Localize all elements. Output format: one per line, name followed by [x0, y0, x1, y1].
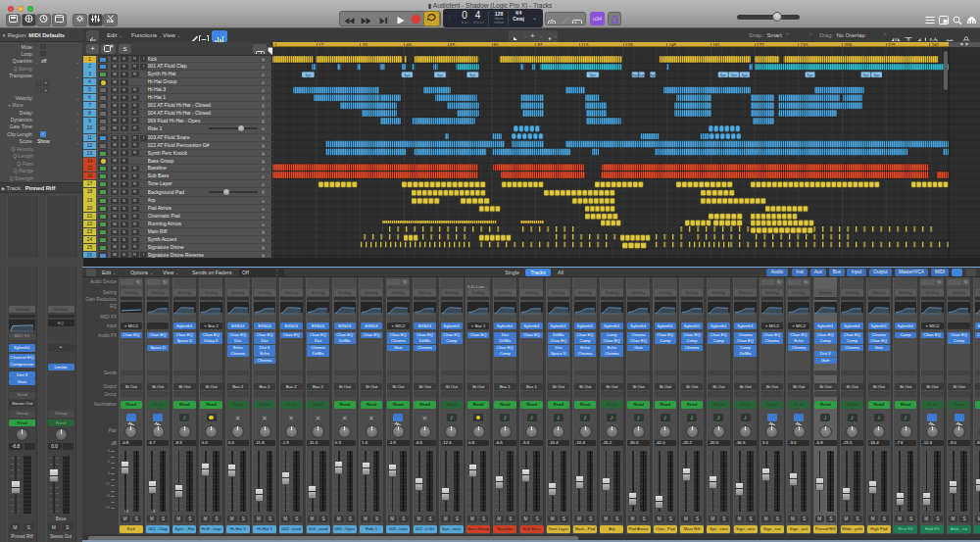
- svg-text:Syn: Syn: [807, 74, 812, 77]
- svg-text:Syn: Syn: [650, 74, 656, 77]
- svg-text:Syn: Syn: [305, 74, 311, 77]
- svg-text:Syn: Syn: [404, 74, 410, 77]
- svg-text:Syn: Syn: [742, 74, 748, 77]
- svg-text:Syn: Syn: [862, 74, 868, 77]
- svg-text:Syn: Syn: [437, 74, 443, 77]
- svg-text:Syn: Syn: [632, 74, 638, 77]
- svg-text:Syn: Syn: [469, 74, 475, 77]
- svg-text:Syn: Syn: [590, 74, 596, 77]
- svg-text:Syn: Syn: [731, 74, 737, 77]
- svg-text:Syn: Syn: [873, 74, 879, 77]
- svg-text:Syn: Syn: [720, 74, 726, 77]
- svg-text:Syn: Syn: [638, 74, 644, 77]
